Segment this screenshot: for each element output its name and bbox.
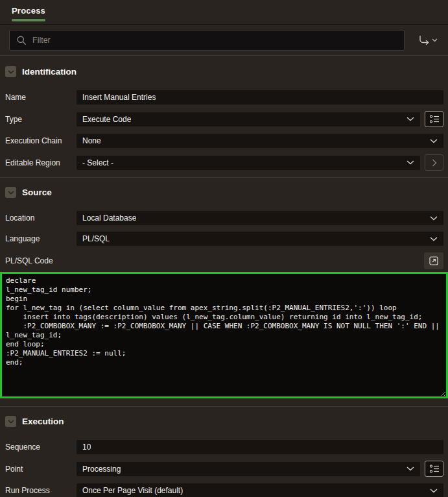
field-row-name: Name Insert Manual Entries [5,90,443,104]
field-label: Location [5,213,77,223]
section-title: Execution [22,417,64,426]
chevron-down-icon [8,70,14,74]
field-row-editable-region: Editable Region - Select - [5,154,443,171]
property-editor: Identification Name Insert Manual Entrie… [0,56,448,497]
plsql-code-editor[interactable]: declare l_new_tag_id number; begin for l… [2,274,446,396]
execution-chain-select[interactable]: None [77,134,443,148]
type-quick-pick-button[interactable] [425,111,443,127]
section-identification-header: Identification [5,66,443,77]
open-in-editor-icon [429,256,439,266]
chevron-down-icon [407,117,414,121]
radio-list-icon [429,115,440,123]
section-title: Identification [22,67,77,77]
field-label: Point [5,465,77,474]
run-process-select[interactable]: Once Per Page Visit (default) [77,483,443,497]
name-input[interactable]: Insert Manual Entries [77,90,443,104]
field-label: Name [5,93,77,102]
field-label: Type [5,115,77,124]
chevron-down-icon [430,139,438,143]
section-divider [0,177,448,178]
chevron-down-icon [430,237,438,241]
tab-process-label: Process [12,6,45,16]
field-row-run-process: Run Process Once Per Page Visit (default… [5,483,443,497]
field-label: Sequence [5,442,77,452]
editable-region-go-button[interactable] [425,154,443,171]
type-select[interactable]: Execute Code [77,112,420,127]
chevron-down-icon [407,160,414,165]
goto-arrow-icon [418,34,430,45]
active-tab-underline [12,19,45,21]
tab-process[interactable]: Process [12,0,45,24]
chevron-down-icon [430,489,438,493]
point-quick-pick-button[interactable] [425,461,443,477]
chevron-down-icon [407,467,414,471]
field-row-type: Type Execute Code [5,111,443,127]
filter-input[interactable] [32,36,397,45]
collapse-source-button[interactable] [5,187,16,198]
section-title: Source [22,188,52,197]
section-execution-header: Execution [5,416,443,427]
plsql-code-highlight-frame: declare l_new_tag_id number; begin for l… [0,272,448,398]
chevron-right-icon [432,159,437,167]
field-label: Run Process [5,486,77,495]
editable-region-select[interactable]: - Select - [77,156,420,170]
code-editor-expand-button[interactable] [424,252,443,269]
search-icon [16,35,27,45]
field-label: Language [5,234,77,243]
field-row-point: Point Processing [5,461,443,477]
field-row-execution-chain: Execution Chain None [5,134,443,148]
field-row-sequence: Sequence 10 [5,440,443,454]
collapse-execution-button[interactable] [5,416,16,427]
point-select[interactable]: Processing [77,462,420,476]
chevron-down-icon [432,38,438,42]
radio-list-icon [429,465,440,473]
collapse-identification-button[interactable] [5,66,16,77]
field-label: PL/SQL Code [5,256,77,265]
sequence-input[interactable]: 10 [77,440,443,454]
field-label: Execution Chain [5,136,77,145]
chevron-down-icon [430,216,438,221]
section-source-header: Source [5,187,443,198]
field-row-plsql-code: PL/SQL Code [5,252,443,269]
chevron-down-icon [8,420,14,424]
tab-bar: Process [0,0,448,25]
chevron-down-icon [8,191,14,195]
filter-field[interactable] [9,30,405,51]
language-select[interactable]: PL/SQL [77,232,443,246]
goto-menu-button[interactable] [416,32,439,48]
field-label: Editable Region [5,158,77,167]
section-divider [0,406,448,407]
filter-bar [0,25,448,56]
field-row-location: Location Local Database [5,211,443,225]
field-row-language: Language PL/SQL [5,232,443,246]
location-select[interactable]: Local Database [77,211,443,225]
